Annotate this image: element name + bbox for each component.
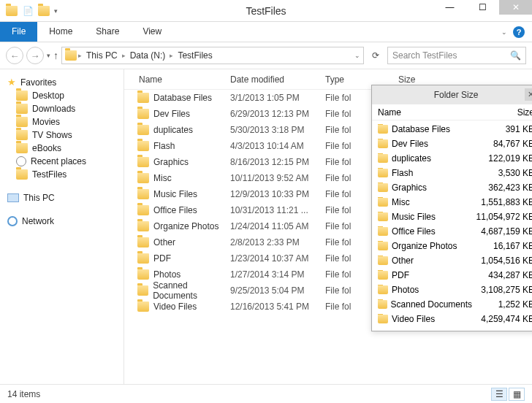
popup-row[interactable]: duplicates122,019 KB [378,151,532,166]
ribbon-tabs: File Home Share View ⌄ ? [0,22,532,42]
popup-row-size: 3,108,275 KB [472,285,532,295]
back-button[interactable]: ← [6,47,23,64]
maximize-button[interactable]: ☐ [466,0,499,15]
close-button[interactable]: ✕ [499,0,532,15]
breadcrumb-item[interactable]: This PC [83,49,121,62]
popup-row[interactable]: Scanned Documents1,252 KB [378,297,532,312]
home-tab[interactable]: Home [37,22,84,42]
popup-row-size: 122,019 KB [472,153,532,164]
properties-icon[interactable]: 📄 [22,5,34,17]
file-name: Photos [153,269,180,280]
breadcrumb-item[interactable]: Data (N:) [127,49,169,62]
this-pc-item[interactable]: This PC [3,191,121,204]
folder-icon [16,143,28,153]
column-header-name[interactable]: Name [124,74,230,85]
search-icon[interactable]: 🔍 [510,50,521,61]
file-name: Office Files [153,205,197,215]
item-count: 14 items [7,389,40,399]
sidebar-item[interactable]: eBooks [3,142,121,155]
new-folder-icon[interactable] [38,5,50,17]
address-bar[interactable]: ▸ This PC ▸ Data (N:) ▸ TestFiles ⌄ [61,47,364,64]
chevron-right-icon[interactable]: ▸ [122,52,126,59]
thumbnails-view-button[interactable]: ▦ [509,388,525,401]
popup-header-name[interactable]: Name [378,107,476,118]
popup-row[interactable]: Organize Photos16,167 KB [378,239,532,253]
file-tab[interactable]: File [0,22,37,42]
popup-row[interactable]: Database Files391 KB [378,122,532,137]
sidebar-item[interactable]: Desktop [3,89,121,102]
folder-icon [137,189,149,199]
file-name: Organize Photos [153,221,218,231]
folder-icon [6,5,18,17]
pc-icon [7,193,19,202]
popup-row[interactable]: PDF434,287 KB [378,268,532,283]
share-tab[interactable]: Share [84,22,131,42]
minimize-button[interactable]: — [433,0,466,15]
qat-dropdown-icon[interactable]: ▾ [54,7,58,15]
sidebar-item[interactable]: Recent places [3,155,121,168]
up-button[interactable]: ↑ [53,50,58,61]
file-date: 8/16/2013 12:15 PM [230,157,325,167]
network-item[interactable]: Network [3,215,121,228]
favorites-label: Favorites [20,77,56,88]
chevron-right-icon[interactable]: ▸ [78,52,82,59]
breadcrumb-item[interactable]: TestFiles [175,49,215,62]
folder-icon [378,256,388,265]
folder-icon [137,253,149,264]
folder-icon [137,302,149,312]
folder-icon [137,205,149,215]
favorites-header[interactable]: ★ Favorites [3,75,121,89]
folder-icon [378,139,388,148]
file-name: Video Files [153,302,197,312]
folder-icon [137,269,149,280]
popup-header-size[interactable]: Size [476,107,532,118]
popup-row[interactable]: Graphics362,423 KB [378,180,532,195]
file-name: duplicates [153,125,193,135]
folder-icon [65,50,77,61]
folder-icon [137,221,149,231]
network-icon [7,216,18,226]
folder-icon [137,157,149,167]
address-dropdown-icon[interactable]: ⌄ [354,52,360,59]
popup-row-name: Scanned Documents [391,299,472,310]
search-box[interactable]: Search TestFiles 🔍 [387,47,526,64]
sidebar-item[interactable]: Movies [3,115,121,128]
file-date: 3/1/2013 1:05 PM [230,93,325,103]
chevron-right-icon[interactable]: ▸ [170,52,173,59]
refresh-button[interactable]: ⟳ [367,47,384,64]
help-icon[interactable]: ? [513,26,525,38]
popup-row[interactable]: Dev Files84,767 KB [378,137,532,151]
file-name: Other [153,237,175,247]
file-name: Scanned Documents [153,280,230,301]
popup-row-name: Video Files [392,314,435,324]
history-dropdown-icon[interactable]: ▾ [47,52,50,59]
column-header-size[interactable]: Size [398,74,532,85]
popup-row[interactable]: Other1,054,516 KB [378,253,532,268]
column-header-type[interactable]: Type [325,74,398,85]
sidebar-item-label: eBooks [32,143,61,153]
popup-title: Folder Size [434,90,479,100]
folder-icon [378,154,388,163]
popup-titlebar[interactable]: Folder Size ✕ [372,85,532,104]
popup-row[interactable]: Flash3,530 KB [378,166,532,180]
popup-row[interactable]: Misc1,551,883 KB [378,195,532,210]
sidebar-item[interactable]: TV Shows [3,128,121,142]
folder-icon [137,237,149,247]
folder-icon [378,300,387,309]
popup-row[interactable]: Office Files4,687,159 KB [378,224,532,239]
folder-icon [378,271,388,280]
file-name: Database Files [153,93,212,103]
popup-close-button[interactable]: ✕ [525,88,532,101]
forward-button[interactable]: → [26,47,44,64]
folder-icon [16,169,28,180]
sidebar-item[interactable]: TestFiles [3,168,121,181]
view-tab[interactable]: View [131,22,173,42]
column-header-date[interactable]: Date modified [230,74,325,85]
popup-row[interactable]: Music Files11,054,972 KB [378,210,532,224]
ribbon-expand-icon[interactable]: ⌄ [501,28,507,36]
popup-row[interactable]: Video Files4,259,474 KB [378,312,532,326]
popup-row-size: 3,530 KB [472,168,532,178]
popup-row[interactable]: Photos3,108,275 KB [378,283,532,297]
sidebar-item[interactable]: Downloads [3,102,121,115]
details-view-button[interactable]: ☰ [491,388,507,401]
